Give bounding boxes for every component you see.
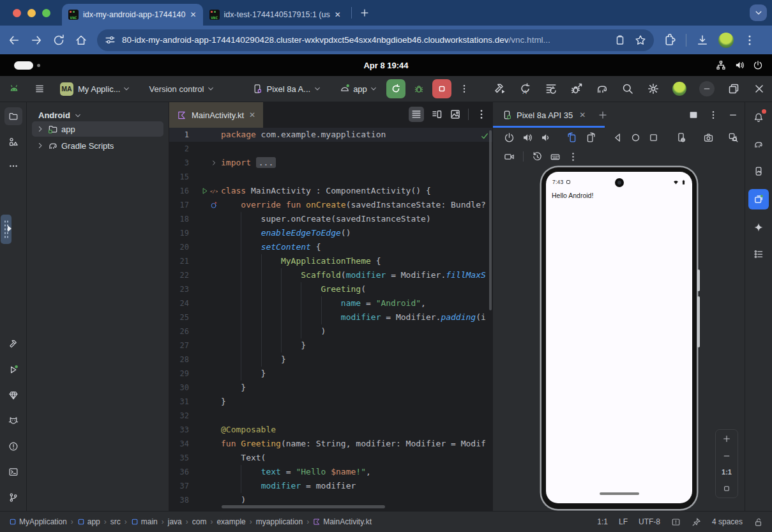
app-inspection-icon[interactable]: [4, 386, 22, 404]
back-icon[interactable]: [8, 34, 20, 47]
home-nav-icon[interactable]: [630, 132, 641, 143]
code-line[interactable]: 3import ...: [169, 156, 492, 170]
tab-search-icon[interactable]: [750, 4, 767, 21]
code-line[interactable]: 32: [169, 409, 492, 423]
virtual-keyboard-icon[interactable]: [550, 151, 561, 162]
browser-profile-avatar[interactable]: [718, 33, 734, 48]
code-line[interactable]: 24 name = "Android",: [169, 296, 492, 310]
overview-nav-icon[interactable]: [648, 132, 659, 143]
device-manager-icon[interactable]: [750, 162, 768, 180]
mac-minimize-button[interactable]: [27, 9, 36, 17]
resource-shapes-icon[interactable]: [4, 133, 22, 151]
phone-screen[interactable]: 7:43 Hello Android!: [546, 172, 692, 503]
project-selector[interactable]: My Applic...: [78, 84, 120, 94]
run-icon[interactable]: [4, 361, 22, 379]
volume-down-icon[interactable]: [540, 132, 550, 143]
line-ending[interactable]: LF: [619, 517, 628, 526]
code-line[interactable]: 16</>class MainActivity : ComponentActiv…: [169, 184, 492, 198]
debug-button[interactable]: [410, 80, 428, 98]
browser-tab-active[interactable]: VNC idx-my-android-app-1744140 ✕: [62, 4, 203, 26]
screenshot-icon[interactable]: [703, 132, 714, 143]
lock-open-icon[interactable]: [753, 517, 763, 527]
panel-minimize-icon[interactable]: [728, 110, 738, 120]
toolbar-more-icon[interactable]: [459, 84, 469, 94]
code-line[interactable]: 27 }: [169, 338, 492, 353]
code-line[interactable]: 21 MyApplicationTheme {: [169, 254, 492, 268]
mac-zoom-button[interactable]: [42, 9, 50, 17]
breadcrumb-item[interactable]: example: [216, 517, 245, 526]
device-tab-close-icon[interactable]: ✕: [579, 110, 586, 119]
browser-tab-inactive[interactable]: VNC idx-test-1744140517915:1 (us ✕: [203, 4, 347, 26]
emulator-power-icon[interactable]: [504, 132, 515, 143]
code-line[interactable]: 30 }: [169, 381, 492, 395]
profiler-icon[interactable]: [545, 82, 557, 95]
split-view-icon[interactable]: [431, 109, 443, 120]
code-line[interactable]: 29 }: [169, 367, 492, 381]
code-line[interactable]: 33@Composable: [169, 423, 492, 437]
inspection-check-icon[interactable]: [480, 132, 489, 141]
code-line[interactable]: 20 setContent {: [169, 240, 492, 254]
emulator-more-icon[interactable]: [568, 151, 579, 162]
editor-tab-close-icon[interactable]: ✕: [249, 110, 255, 119]
system-clock[interactable]: Apr 8 19:44: [0, 61, 772, 70]
record-icon[interactable]: [504, 151, 515, 162]
build-icon[interactable]: [4, 335, 22, 353]
search-icon[interactable]: [621, 82, 634, 95]
code-line[interactable]: 26 ): [169, 324, 492, 338]
breadcrumb-item[interactable]: app: [77, 517, 100, 526]
attach-debugger-icon[interactable]: [570, 82, 583, 95]
problems-icon[interactable]: [4, 437, 22, 455]
rotate-left-icon[interactable]: [567, 132, 578, 143]
minimize-icon[interactable]: [699, 81, 715, 96]
terminal-icon[interactable]: [4, 463, 22, 481]
error-level-icon[interactable]: [671, 517, 681, 527]
design-view-icon[interactable]: [450, 109, 461, 120]
breadcrumb-item[interactable]: main: [131, 517, 158, 526]
device-settings-icon[interactable]: [676, 132, 686, 143]
bookmark-star-icon[interactable]: [635, 34, 646, 46]
fold-chevron-icon[interactable]: [210, 159, 218, 167]
gradle-sync-icon[interactable]: [596, 82, 609, 95]
breadcrumb-item[interactable]: src: [110, 517, 121, 526]
tree-item-app[interactable]: app: [32, 121, 163, 137]
breadcrumb-item[interactable]: myapplication: [256, 517, 303, 526]
breadcrumb-item[interactable]: MainActivity.kt: [313, 517, 372, 526]
extensions-icon[interactable]: [663, 34, 676, 47]
apply-changes-icon[interactable]: A: [519, 82, 532, 95]
zoom-level-label[interactable]: 1:1: [722, 468, 732, 476]
stop-button[interactable]: [432, 79, 451, 98]
clipboard-icon[interactable]: [614, 34, 626, 46]
emulator-phone[interactable]: 7:43 Hello Android!: [541, 167, 697, 509]
restore-icon[interactable]: [727, 82, 740, 95]
breadcrumb-item[interactable]: java: [168, 517, 182, 526]
running-devices-icon[interactable]: [748, 189, 769, 209]
code-view-icon[interactable]: [409, 107, 424, 122]
browser-menu-icon[interactable]: [743, 34, 756, 47]
project-avatar[interactable]: MA: [60, 82, 73, 96]
run-config-selector[interactable]: app: [353, 84, 367, 94]
tree-item-gradle-scripts[interactable]: Gradle Scripts: [32, 138, 163, 153]
code-line[interactable]: 23 Greeting(: [169, 282, 492, 296]
settings-icon[interactable]: [647, 82, 660, 95]
chevron-right-icon[interactable]: [36, 141, 45, 150]
address-bar[interactable]: 80-idx-my-android-app-1744140290428.clus…: [97, 29, 654, 51]
structure-list-icon[interactable]: [750, 245, 768, 263]
notifications-icon[interactable]: [750, 109, 768, 126]
code-line[interactable]: 22 Scaffold(modifier = Modifier.fillMaxS: [169, 268, 492, 282]
code-line[interactable]: 28 }: [169, 353, 492, 367]
code-line[interactable]: 15: [169, 170, 492, 184]
code-line[interactable]: 36 text = "Hello $name!",: [169, 465, 492, 479]
tab-close-icon[interactable]: ✕: [190, 10, 197, 19]
device-tab-title[interactable]: Pixel 8a API 35: [517, 110, 573, 120]
panel-more-icon[interactable]: [708, 110, 718, 120]
editor-more-icon[interactable]: [476, 109, 487, 120]
run-gutter-icon[interactable]: [201, 187, 209, 195]
project-folder-icon[interactable]: [4, 107, 22, 125]
code-line[interactable]: 18 super.onCreate(savedInstanceState): [169, 212, 492, 226]
breadcrumb-item[interactable]: MyApplication: [9, 517, 67, 526]
editor-horizontal-scrollbar[interactable]: [222, 505, 385, 508]
version-control-icon[interactable]: [4, 489, 22, 506]
zoom-in-icon[interactable]: [722, 434, 731, 443]
ide-profile-avatar[interactable]: [672, 82, 686, 96]
gesture-nav-handle[interactable]: [600, 492, 639, 495]
